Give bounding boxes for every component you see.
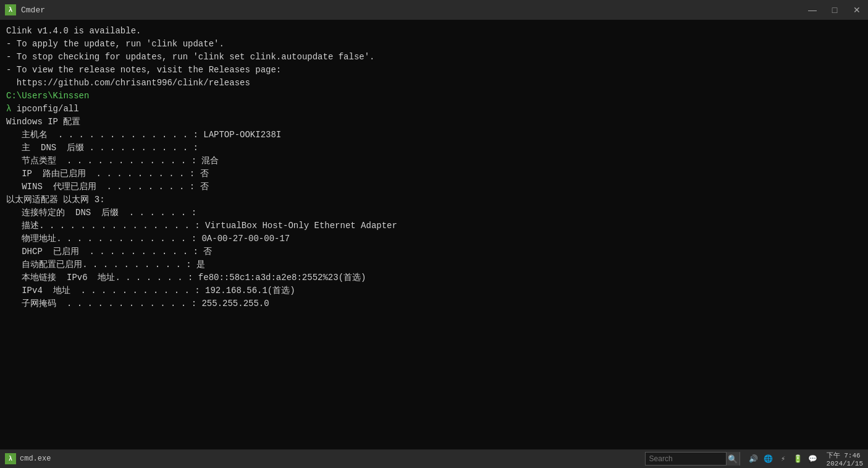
terminal-line: WINS 代理已启用 . . . . . . . . : 否 (6, 181, 862, 194)
terminal-line: IP 路由已启用 . . . . . . . . . : 否 (6, 168, 862, 181)
terminal-line: 自动配置已启用. . . . . . . . . . : 是 (6, 258, 862, 271)
terminal-line: Clink v1.4.0 is available. (6, 25, 862, 38)
status-bar-right: 🔍 🔊 🌐 ⚡ 🔋 💬 下午 7:462024/1/15 (645, 451, 863, 467)
terminal-line: - To apply the update, run 'clink update… (6, 38, 862, 51)
systray-area: 🔊 🌐 ⚡ 🔋 💬 (748, 453, 819, 465)
terminal-line: 描述. . . . . . . . . . . . . . . : Virtua… (6, 219, 862, 232)
terminal-line: IPv4 地址 . . . . . . . . . . . : 192.168.… (6, 284, 862, 297)
title-bar-title: Cmder (21, 6, 45, 15)
title-bar-controls: — □ ✕ (806, 4, 863, 16)
app-icon: λ (5, 4, 16, 15)
systray-icon-1: 🔊 (748, 453, 760, 465)
clock-area: 下午 7:462024/1/15 (827, 451, 863, 467)
status-bar-left: λ cmd.exe (5, 453, 51, 464)
terminal-line: 物理地址. . . . . . . . . . . . . : 0A-00-27… (6, 232, 862, 245)
status-icon: λ (5, 453, 16, 464)
minimize-button[interactable]: — (806, 4, 819, 16)
systray-icon-4: 🔋 (792, 453, 804, 465)
search-button[interactable]: 🔍 (726, 452, 739, 466)
status-bar: λ cmd.exe 🔍 🔊 🌐 ⚡ 🔋 💬 下午 7:462024/1/15 (0, 449, 868, 468)
terminal-line: https://github.com/chrisant996/clink/rel… (6, 77, 862, 90)
systray-icon-5: 💬 (807, 453, 819, 465)
systray-icon-3: ⚡ (777, 453, 790, 465)
terminal-line: Windows IP 配置 (6, 116, 862, 129)
tab-label[interactable]: cmd.exe (20, 454, 51, 463)
title-bar: λ Cmder — □ ✕ (0, 0, 868, 20)
terminal-line: λ ipconfig/all (6, 103, 862, 116)
search-box[interactable]: 🔍 (645, 452, 740, 466)
terminal-line: 主机名 . . . . . . . . . . . . . : LAPTOP-O… (6, 129, 862, 142)
close-button[interactable]: ✕ (851, 4, 863, 16)
terminal-line: 主 DNS 后缀 . . . . . . . . . . : (6, 142, 862, 155)
title-bar-left: λ Cmder (5, 4, 45, 15)
terminal-line: 本地链接 IPv6 地址. . . . . . . : fe80::58c1:a… (6, 271, 862, 284)
systray-icon-2: 🌐 (762, 453, 775, 465)
terminal-line: - To view the release notes, visit the R… (6, 64, 862, 77)
terminal-line: 以太网适配器 以太网 3: (6, 194, 862, 206)
terminal-area[interactable]: Clink v1.4.0 is available.- To apply the… (0, 20, 868, 449)
terminal-line: 连接特定的 DNS 后缀 . . . . . . : (6, 206, 862, 219)
terminal-line: C:\Users\Kinssen (6, 90, 862, 103)
terminal-line: - To stop checking for updates, run 'cli… (6, 51, 862, 64)
terminal-line: 子网掩码 . . . . . . . . . . . . : 255.255.2… (6, 297, 862, 310)
terminal-line: DHCP 已启用 . . . . . . . . . . : 否 (6, 245, 862, 258)
search-input[interactable] (646, 454, 726, 463)
maximize-button[interactable]: □ (828, 4, 841, 16)
terminal-line: 节点类型 . . . . . . . . . . . . : 混合 (6, 155, 862, 168)
